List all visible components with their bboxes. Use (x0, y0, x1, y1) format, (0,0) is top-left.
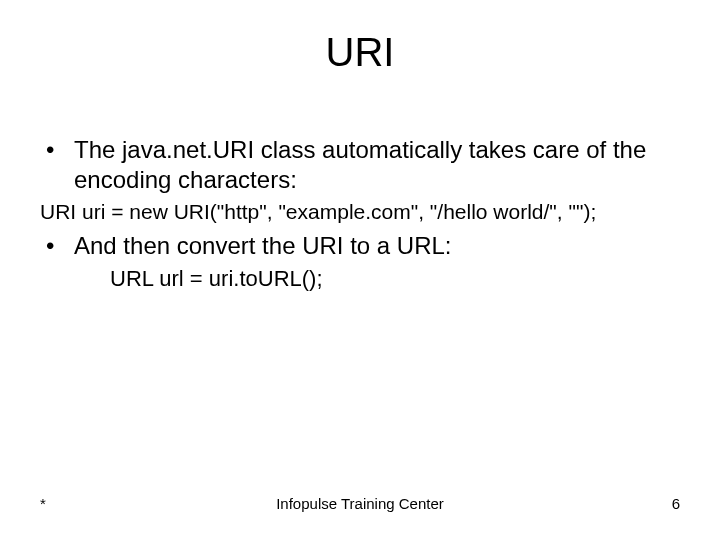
bullet-text: And then convert the URI to a URL: (74, 231, 680, 261)
slide-content: • The java.net.URI class automatically t… (40, 135, 680, 293)
bullet-item: • And then convert the URI to a URL: (40, 231, 680, 261)
code-line: URI uri = new URI("http", "example.com",… (40, 199, 680, 225)
bullet-item: • The java.net.URI class automatically t… (40, 135, 680, 195)
footer-center: Infopulse Training Center (100, 495, 620, 512)
slide: URI • The java.net.URI class automatical… (0, 0, 720, 540)
code-line: URL url = uri.toURL(); (110, 265, 680, 293)
bullet-dot: • (40, 231, 74, 261)
bullet-text: The java.net.URI class automatically tak… (74, 135, 680, 195)
slide-footer: * Infopulse Training Center 6 (0, 495, 720, 512)
bullet-dot: • (40, 135, 74, 195)
slide-title: URI (40, 30, 680, 75)
footer-page-number: 6 (620, 495, 680, 512)
footer-left: * (40, 495, 100, 512)
